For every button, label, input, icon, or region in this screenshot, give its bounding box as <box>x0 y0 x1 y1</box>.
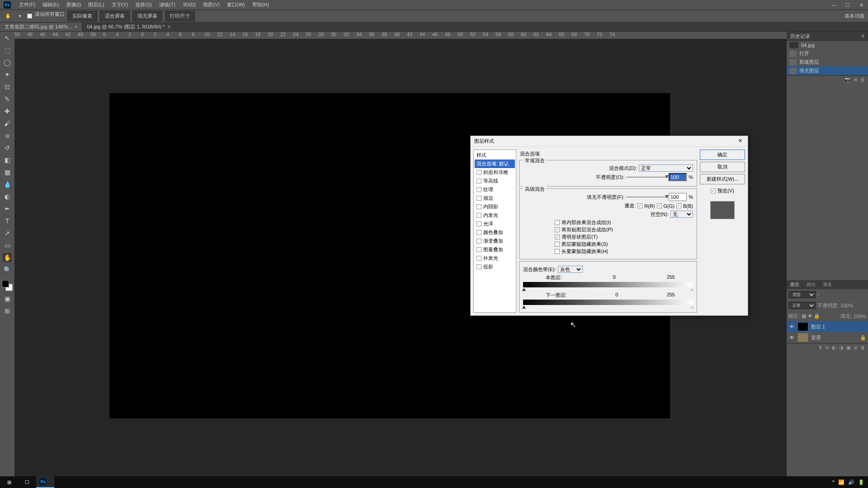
adv-checkbox[interactable]: ✓ <box>555 235 560 239</box>
menu-item[interactable]: 图像(I) <box>63 0 85 9</box>
channel-r-checkbox[interactable]: ✓ <box>637 203 642 208</box>
menu-item[interactable]: 滤镜(T) <box>156 0 179 9</box>
lock-position-icon[interactable]: ✚ <box>808 313 812 319</box>
blendif-select[interactable]: 灰色 <box>558 266 583 273</box>
zoom-tool-icon[interactable]: 🔍 <box>3 265 12 274</box>
new-layer-icon[interactable]: ⊕ <box>854 345 858 351</box>
style-checkbox[interactable] <box>476 213 481 218</box>
path-tool-icon[interactable]: ↗ <box>3 229 12 238</box>
hand-tool-icon[interactable]: ✋ <box>4 12 13 21</box>
maximize-button[interactable]: ☐ <box>841 0 854 10</box>
document-tab[interactable]: 04.jpg @ 66.7% (图层 1, RGB/8#) *× <box>82 23 175 31</box>
channel-g-checkbox[interactable]: ✓ <box>657 203 662 208</box>
style-list-item[interactable]: 渐变叠加 <box>475 237 515 245</box>
style-checkbox[interactable] <box>476 247 481 252</box>
gradient-tool-icon[interactable]: ▦ <box>3 168 12 177</box>
style-checkbox[interactable] <box>476 196 481 201</box>
blend-mode-select-dlg[interactable]: 正常 <box>639 164 693 172</box>
wand-tool-icon[interactable]: ✦ <box>3 70 12 79</box>
tray-up-icon[interactable]: ^ <box>832 479 835 485</box>
style-list-item[interactable]: 混合选项: 默认 <box>475 160 515 168</box>
lasso-tool-icon[interactable]: ◯ <box>3 58 12 67</box>
dialog-titlebar[interactable]: 图层样式 ✕ <box>471 136 748 147</box>
shape-tool-icon[interactable]: ▭ <box>3 241 12 250</box>
option-button[interactable]: 填充屏幕 <box>132 11 162 21</box>
history-item[interactable]: 打开 <box>787 49 868 58</box>
visibility-icon[interactable]: 👁 <box>788 335 795 340</box>
style-list-item[interactable]: 投影 <box>475 263 515 271</box>
option-button[interactable]: 滚动所有窗口 <box>35 11 65 21</box>
style-list-item[interactable]: 纹理 <box>475 185 515 194</box>
style-list-item[interactable]: 斜面和浮雕 <box>475 168 515 177</box>
network-icon[interactable]: 📶 <box>838 479 844 485</box>
dropdown-icon[interactable]: ▾ <box>15 12 24 21</box>
style-checkbox[interactable] <box>476 264 481 269</box>
channel-b-checkbox[interactable]: ✓ <box>676 203 681 208</box>
document-tab[interactable]: 文章底部二维码.jpg @ 146%...× <box>0 23 82 31</box>
option-button[interactable]: 打印尺寸 <box>165 11 195 21</box>
foreground-swatch[interactable] <box>2 280 9 287</box>
new-style-button[interactable]: 新建样式(W)... <box>700 174 745 184</box>
adv-checkbox[interactable] <box>555 220 560 225</box>
styles-header[interactable]: 样式 <box>475 151 515 160</box>
layer-filter-select[interactable]: 类型 <box>788 291 816 298</box>
cancel-button[interactable]: 取消 <box>700 162 745 172</box>
panel-menu-icon[interactable]: ≡ <box>862 33 864 40</box>
adjustment-icon[interactable]: ◑ <box>839 345 844 351</box>
menu-item[interactable]: 图层(L) <box>85 0 108 9</box>
visibility-icon[interactable]: 👁 <box>788 324 795 329</box>
style-list-item[interactable]: 颜色叠加 <box>475 228 515 237</box>
color-swatches[interactable] <box>2 280 13 291</box>
fill-opacity-input[interactable] <box>669 193 687 201</box>
workspace-label[interactable]: 基本功能 <box>844 13 864 19</box>
adv-checkbox[interactable]: ✓ <box>555 227 560 232</box>
brush-tool-icon[interactable]: 🖌 <box>3 119 12 128</box>
preview-checkbox[interactable]: ✓ <box>711 188 716 193</box>
style-checkbox[interactable] <box>476 187 481 192</box>
this-layer-gradient[interactable] <box>523 282 693 287</box>
marquee-tool-icon[interactable]: ⬚ <box>3 46 12 55</box>
eyedropper-tool-icon[interactable]: ✎ <box>3 94 12 103</box>
group-icon[interactable]: ▣ <box>846 345 851 351</box>
minimize-button[interactable]: — <box>827 0 841 10</box>
dialog-close-button[interactable]: ✕ <box>736 138 744 145</box>
photoshop-taskbar-icon[interactable]: Ps <box>36 476 54 488</box>
move-tool-icon[interactable]: ↖ <box>3 33 12 42</box>
style-checkbox[interactable] <box>476 170 481 175</box>
knockout-select[interactable]: 无 <box>670 211 693 218</box>
blend-mode-select[interactable]: 正常 <box>788 302 816 309</box>
menu-item[interactable]: 帮助(H) <box>249 0 273 9</box>
history-item[interactable]: 新建图层 <box>787 58 868 66</box>
pen-tool-icon[interactable]: ✒ <box>3 204 12 213</box>
style-checkbox[interactable] <box>476 256 481 261</box>
fx-icon[interactable]: fx <box>825 345 829 351</box>
blur-tool-icon[interactable]: 💧 <box>3 180 12 189</box>
panel-tab[interactable]: 通道 <box>819 280 835 289</box>
ok-button[interactable]: 确定 <box>700 150 745 160</box>
style-list-item[interactable]: 光泽 <box>475 220 515 228</box>
style-checkbox[interactable] <box>476 204 481 209</box>
trash-icon[interactable]: 🗑 <box>860 77 865 83</box>
history-brush-icon[interactable]: ↺ <box>3 143 12 152</box>
filter-icon[interactable]: ▫ <box>817 292 819 297</box>
menu-item[interactable]: 文字(Y) <box>108 0 132 9</box>
menu-item[interactable]: 视图(V) <box>199 0 223 9</box>
menu-item[interactable]: 选择(S) <box>132 0 156 9</box>
menu-item[interactable]: 3D(D) <box>179 0 199 9</box>
quickmask-icon[interactable]: ▣ <box>3 294 12 303</box>
option-button[interactable]: 实际像素 <box>67 11 97 21</box>
close-button[interactable]: ✕ <box>854 0 868 10</box>
tab-close-icon[interactable]: × <box>75 24 77 29</box>
delete-layer-icon[interactable]: 🗑 <box>860 345 865 351</box>
history-item[interactable]: 填充图层 <box>787 66 868 75</box>
opacity-value[interactable]: 100% <box>840 303 853 308</box>
style-list-item[interactable]: 等高线 <box>475 177 515 185</box>
fill-opacity-slider[interactable] <box>626 197 667 197</box>
scroll-all-checkbox[interactable] <box>27 14 32 19</box>
style-list-item[interactable]: 图案叠加 <box>475 245 515 254</box>
hand-tool-icon[interactable]: ✋ <box>3 253 12 262</box>
style-list-item[interactable]: 内阴影 <box>475 202 515 211</box>
taskview-icon[interactable]: ☐ <box>18 476 36 488</box>
style-list-item[interactable]: 外发光 <box>475 254 515 263</box>
stamp-tool-icon[interactable]: ⧇ <box>3 131 12 140</box>
